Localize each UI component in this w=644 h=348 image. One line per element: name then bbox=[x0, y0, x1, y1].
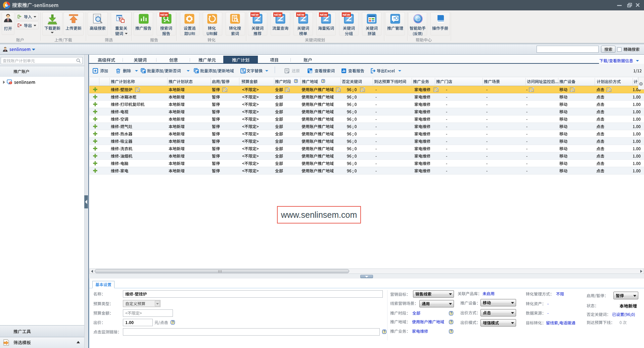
svg-text:NEW: NEW bbox=[160, 13, 168, 16]
svg-text:NEW: NEW bbox=[342, 13, 350, 16]
svg-text:NEW: NEW bbox=[297, 13, 304, 16]
svg-text:NEW: NEW bbox=[251, 13, 259, 16]
svg-text:?: ? bbox=[172, 320, 174, 324]
svg-text:?: ? bbox=[383, 330, 385, 334]
svg-text:?: ? bbox=[322, 80, 324, 83]
svg-text:NEW: NEW bbox=[274, 13, 281, 16]
svg-text:?: ? bbox=[450, 320, 452, 324]
svg-text:?: ? bbox=[450, 330, 452, 333]
svg-text:?: ? bbox=[450, 311, 452, 315]
svg-text:?: ? bbox=[295, 80, 297, 83]
svg-text:NEW: NEW bbox=[320, 13, 327, 16]
